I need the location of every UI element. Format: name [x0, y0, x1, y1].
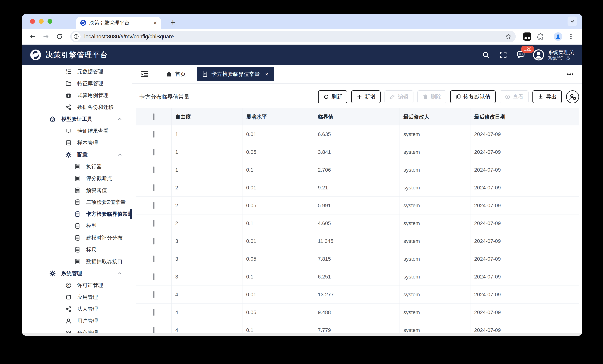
sidebar-item[interactable]: C许可证管理 [22, 279, 132, 291]
sidebar-item[interactable]: 标尺 [22, 244, 132, 256]
view-button[interactable]: 查看 [499, 90, 529, 103]
sidebar-menu: 123元数据管理特征库管理试算用例管理数据备份和迁移模型验证工具验证结果查看样本… [22, 65, 132, 333]
minimize-window-button[interactable] [39, 19, 44, 24]
edit-button[interactable]: 编辑 [384, 90, 413, 103]
sidebar-item[interactable]: 建模时评分分布 [22, 232, 132, 244]
sidebar-item[interactable]: 配置 [22, 149, 132, 161]
sidebar-item-label: 评分截断点 [86, 175, 112, 182]
table-row[interactable]: 30.057.815system2024-07-09 [136, 250, 579, 268]
content-area: 卡方分布临界值常量 刷新新增编辑删除恢复默认值查看导出 自由度显著水平临界值最后… [132, 84, 582, 333]
row-checkbox[interactable] [153, 131, 154, 138]
add-button[interactable]: 新增 [351, 90, 381, 103]
table-row[interactable]: 40.17.779system2024-07-09 [136, 321, 579, 333]
row-checkbox[interactable] [153, 220, 154, 227]
table-cell: 2024-07-09 [470, 321, 579, 333]
sidebar-item-label: 样本管理 [77, 139, 98, 146]
sidebar-item[interactable]: 用户管理 [22, 315, 132, 327]
maximize-window-button[interactable] [47, 19, 52, 24]
close-window-button[interactable] [30, 19, 35, 24]
row-checkbox[interactable] [153, 327, 154, 333]
row-checkbox[interactable] [153, 255, 154, 262]
bookmark-star-icon[interactable] [505, 33, 512, 40]
table-row[interactable]: 30.16.251system2024-07-09 [136, 268, 579, 286]
select-all-header-cell [136, 108, 172, 125]
sidebar-item[interactable]: 预警阈值 [22, 184, 132, 196]
select-all-checkbox[interactable] [153, 113, 154, 120]
reload-button[interactable] [55, 33, 63, 41]
url-text[interactable]: localhost:8080/#/mv/config/chiSquare [84, 34, 505, 40]
extension-shortcut-button[interactable] [523, 33, 531, 41]
fullscreen-button[interactable] [499, 50, 508, 59]
table-cell: 9.488 [314, 304, 400, 321]
row-checkbox[interactable] [153, 166, 154, 173]
sidebar-item[interactable]: 角色管理 [22, 327, 132, 333]
user-info[interactable]: 系统管理员 系统管理员 [548, 49, 574, 61]
browser-menu-icon[interactable] [567, 33, 575, 40]
row-checkbox[interactable] [153, 291, 154, 298]
row-checkbox[interactable] [153, 148, 154, 156]
briefcase-icon [65, 92, 72, 99]
sidebar-item[interactable]: 验证结果查看 [22, 125, 132, 137]
sidebar-item[interactable]: 执行器 [22, 161, 132, 172]
sidebar-item[interactable]: 评分截断点 [22, 172, 132, 184]
browser-tab[interactable]: 决策引擎管理平台 × [76, 17, 161, 29]
extensions-puzzle-icon[interactable] [536, 33, 544, 40]
table-row[interactable]: 20.055.991system2024-07-09 [136, 197, 579, 215]
sidebar-item[interactable]: 123元数据管理 [22, 66, 132, 78]
row-checkbox-cell [136, 304, 172, 321]
table-row[interactable]: 40.059.488system2024-07-09 [136, 304, 579, 321]
row-checkbox[interactable] [153, 202, 154, 209]
user-settings-button[interactable] [566, 90, 579, 103]
sidebar-item[interactable]: 法人管理 [22, 303, 132, 315]
table-cell: 2024-07-09 [470, 250, 579, 268]
address-bar[interactable]: localhost:8080/#/mv/config/chiSquare [70, 31, 516, 42]
export-button[interactable]: 导出 [533, 90, 562, 103]
table-row[interactable]: 20.14.605system2024-07-09 [136, 215, 579, 232]
active-page-tab[interactable]: 卡方检验临界值常量 × [197, 67, 274, 81]
row-checkbox[interactable] [153, 184, 154, 191]
sidebar-item[interactable]: 应用管理 [22, 291, 132, 303]
new-tab-button[interactable]: + [170, 17, 175, 27]
sidebar-item[interactable]: 数据抽取器接口 [22, 256, 132, 268]
browser-tab-strip: 决策引擎管理平台 × + [22, 14, 582, 29]
row-checkbox[interactable] [153, 238, 154, 245]
table-row[interactable]: 10.053.841system2024-07-09 [136, 143, 579, 161]
back-button[interactable] [29, 33, 37, 41]
sidebar-item[interactable]: 系统管理 [22, 268, 132, 279]
sidebar-item-label: 试算用例管理 [77, 92, 108, 99]
row-checkbox[interactable] [153, 273, 154, 280]
refresh-button[interactable]: 刷新 [318, 90, 347, 103]
table-cell: 11.345 [314, 232, 400, 250]
sidebar-item[interactable]: 样本管理 [22, 137, 132, 149]
row-checkbox[interactable] [153, 309, 154, 316]
table-row[interactable]: 20.019.21system2024-07-09 [136, 179, 579, 197]
site-info-button[interactable] [72, 32, 81, 41]
browser-profile-button[interactable] [554, 32, 562, 41]
tab-list-chevron-button[interactable] [568, 16, 577, 26]
sidebar-item-label: 法人管理 [77, 306, 98, 313]
sidebar-item[interactable]: 特征库管理 [22, 78, 132, 90]
close-page-tab-icon[interactable]: × [265, 71, 268, 77]
forward-button[interactable] [42, 33, 50, 41]
sidebar-item[interactable]: 卡方检验临界值常量 [22, 208, 132, 220]
breadcrumb-home[interactable]: 首页 [166, 70, 186, 78]
delete-button[interactable]: 删除 [417, 90, 446, 103]
sidebar-item[interactable]: 试算用例管理 [22, 90, 132, 101]
table-row[interactable]: 40.0113.277system2024-07-09 [136, 286, 579, 304]
workspace: 123元数据管理特征库管理试算用例管理数据备份和迁移模型验证工具验证结果查看样本… [22, 65, 582, 333]
table-row[interactable]: 10.12.706system2024-07-09 [136, 161, 579, 179]
sidebar-item[interactable]: 模型验证工具 [22, 113, 132, 125]
app-icon [65, 294, 72, 300]
search-button[interactable] [481, 50, 490, 59]
user-avatar-icon[interactable] [533, 49, 545, 61]
sidebar-item[interactable]: 模型 [22, 220, 132, 232]
table-row[interactable]: 10.016.635system2024-07-09 [136, 125, 579, 143]
sidebar-item[interactable]: 二项检验Z值常量 [22, 196, 132, 208]
tab-close-icon[interactable]: × [153, 20, 157, 26]
collapse-sidebar-icon[interactable] [140, 70, 149, 78]
tab-options-ellipsis-icon[interactable] [566, 70, 574, 78]
messages-button[interactable]: 120 [516, 50, 525, 60]
restore-default-button[interactable]: 恢复默认值 [450, 90, 496, 103]
sidebar-item[interactable]: 数据备份和迁移 [22, 101, 132, 113]
table-row[interactable]: 30.0111.345system2024-07-09 [136, 232, 579, 250]
